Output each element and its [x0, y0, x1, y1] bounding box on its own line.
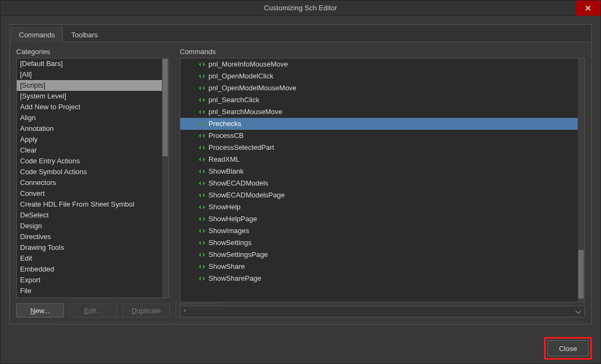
- category-item[interactable]: [All]: [17, 69, 162, 80]
- category-item[interactable]: Embedded: [17, 264, 162, 275]
- command-item[interactable]: pnl_OpenModelMouseMove: [180, 82, 578, 94]
- command-item[interactable]: ShowImages: [180, 225, 578, 237]
- commands-column: Commands pnl_MoreInfoMouseMovepnl_OpenMo…: [180, 48, 585, 317]
- tab-commands[interactable]: Commands: [11, 28, 63, 42]
- duplicate-button[interactable]: Duplicate: [122, 303, 170, 317]
- customize-window: Customizing Sch Editor Commands Toolbars…: [0, 0, 601, 364]
- command-item[interactable]: ProcessSelectedPart: [180, 142, 578, 154]
- tabs-row: Commands Toolbars: [10, 25, 591, 42]
- commands-scroll-thumb[interactable]: [578, 250, 584, 299]
- command-item[interactable]: ReadXML: [180, 154, 578, 166]
- category-item[interactable]: DeSelect: [17, 210, 162, 221]
- command-item-label: pnl_SearchClick: [208, 96, 259, 104]
- command-item[interactable]: Prechecks: [180, 118, 578, 130]
- script-icon: [199, 156, 205, 163]
- command-item[interactable]: ShowHelpPage: [180, 213, 578, 225]
- command-item[interactable]: ShowShare: [180, 261, 578, 273]
- command-item-label: ShowSharePage: [208, 274, 262, 282]
- command-item-label: pnl_MoreInfoMouseMove: [208, 60, 288, 68]
- command-item-label: pnl_OpenModelClick: [208, 72, 273, 80]
- commands-label: Commands: [180, 48, 585, 56]
- script-icon: [199, 275, 205, 282]
- command-item[interactable]: ShowECADModels: [180, 177, 578, 189]
- category-buttons: New... Edit... Duplicate Delete: [16, 303, 169, 317]
- close-button[interactable]: Close: [547, 340, 589, 356]
- category-item[interactable]: Annotation: [17, 123, 162, 134]
- dropdown-icon: [576, 308, 581, 316]
- script-icon: [199, 73, 205, 80]
- categories-column: Categories [Default Bars][All][Scripts][…: [16, 48, 169, 317]
- commands-listbox[interactable]: pnl_MoreInfoMouseMovepnl_OpenModelClickp…: [180, 58, 585, 302]
- command-item-label: ShowShare: [208, 262, 245, 270]
- command-item[interactable]: ShowSharePage: [180, 273, 578, 284]
- category-item[interactable]: Export: [17, 275, 162, 286]
- filter-value: *: [184, 308, 186, 316]
- command-item[interactable]: ShowSettingsPage: [180, 249, 578, 261]
- script-icon: [199, 85, 205, 91]
- category-item[interactable]: Edit: [17, 253, 162, 264]
- command-item[interactable]: pnl_MoreInfoMouseMove: [180, 58, 578, 70]
- category-item[interactable]: Convert: [17, 188, 162, 199]
- tab-content: Categories [Default Bars][All][Scripts][…: [10, 42, 591, 324]
- script-icon: [199, 97, 205, 103]
- category-item[interactable]: Align: [17, 112, 162, 123]
- script-icon: [199, 121, 205, 127]
- category-item[interactable]: Clear: [17, 145, 162, 156]
- category-item[interactable]: Connectors: [17, 177, 162, 188]
- footer: Close: [1, 333, 600, 363]
- category-item[interactable]: [Default Bars]: [17, 58, 162, 69]
- command-item-label: ShowImages: [208, 227, 249, 235]
- command-item[interactable]: ShowBlank: [180, 166, 578, 177]
- command-item[interactable]: ShowHelp: [180, 201, 578, 213]
- script-icon: [199, 204, 205, 210]
- category-item[interactable]: Apply: [17, 134, 162, 145]
- category-item[interactable]: Code Entry Actions: [17, 156, 162, 167]
- category-item[interactable]: Drawing Tools: [17, 242, 162, 253]
- window-body: Commands Toolbars Categories [Default Ba…: [1, 16, 600, 333]
- categories-label: Categories: [16, 48, 169, 56]
- script-icon: [199, 144, 205, 151]
- script-icon: [199, 216, 205, 222]
- tab-commands-label: Commands: [19, 31, 55, 39]
- category-item[interactable]: Create HDL File From Sheet Symbol: [17, 199, 162, 210]
- command-item-label: ProcessSelectedPart: [208, 143, 274, 151]
- command-item[interactable]: ShowECADModelsPage: [180, 189, 578, 201]
- edit-button[interactable]: Edit...: [69, 303, 117, 317]
- script-icon: [199, 228, 205, 234]
- command-item[interactable]: pnl_SearchMouseMove: [180, 106, 578, 118]
- script-icon: [199, 61, 205, 68]
- script-icon: [199, 180, 205, 187]
- commands-scrollbar[interactable]: [578, 58, 584, 302]
- window-close-button[interactable]: [576, 1, 600, 16]
- command-item[interactable]: pnl_OpenModelClick: [180, 70, 578, 82]
- script-icon: [199, 192, 205, 198]
- command-item[interactable]: pnl_SearchClick: [180, 94, 578, 106]
- command-item-label: ReadXML: [208, 155, 240, 163]
- command-item[interactable]: ProcessCB: [180, 130, 578, 142]
- category-item[interactable]: [System Level]: [17, 91, 162, 102]
- category-item[interactable]: Filter: [17, 296, 162, 297]
- command-item-label: ShowHelpPage: [208, 215, 257, 223]
- command-item[interactable]: ShowSettings: [180, 237, 578, 249]
- script-icon: [199, 109, 205, 115]
- category-item[interactable]: Directives: [17, 231, 162, 242]
- new-button[interactable]: New...: [16, 303, 64, 317]
- command-item-label: ShowSettingsPage: [208, 250, 268, 259]
- category-item[interactable]: File: [17, 286, 162, 296]
- categories-scrollbar[interactable]: [162, 58, 168, 297]
- categories-listbox[interactable]: [Default Bars][All][Scripts][System Leve…: [16, 58, 169, 298]
- category-item[interactable]: Design: [17, 221, 162, 231]
- script-icon: [199, 133, 205, 139]
- filter-dropdown[interactable]: *: [180, 306, 585, 317]
- titlebar: Customizing Sch Editor: [1, 1, 600, 16]
- category-item[interactable]: [Scripts]: [17, 80, 162, 91]
- command-item-label: ProcessCB: [208, 131, 244, 140]
- tab-toolbars[interactable]: Toolbars: [63, 27, 106, 42]
- category-item[interactable]: Add New to Project: [17, 102, 162, 112]
- close-button-highlight: Close: [544, 337, 592, 360]
- categories-scroll-thumb[interactable]: [162, 59, 168, 156]
- category-item[interactable]: Code Symbol Actions: [17, 167, 162, 177]
- close-icon: [585, 5, 591, 11]
- command-item-label: ShowECADModelsPage: [208, 191, 285, 199]
- command-item-label: ShowECADModels: [208, 179, 269, 187]
